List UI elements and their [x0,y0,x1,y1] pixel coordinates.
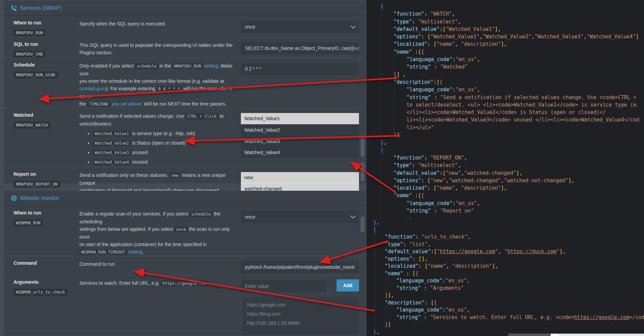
description-line: settings from below are applied. If you … [79,225,239,241]
command-input[interactable]: python3 /home/pi/pialert/front/plugins/w… [241,261,359,273]
input-value: 0 2 * * * [245,66,261,72]
code-token: , [498,248,504,255]
list-item[interactable]: https://bing.com [247,310,354,319]
description-text: is Status (open or closed) [131,140,186,146]
schedule-input[interactable]: 0 2 * * * [241,63,359,75]
code-snippet: },{"function": "urls_to_check","type": "… [366,219,644,336]
code-token: , [446,263,452,269]
code-line: "string" : "Arguments" [366,285,644,292]
setting-description: Specify when the SQL query is executed. [79,20,239,27]
code-token: : [421,34,427,40]
code-token: : [442,307,445,313]
code-token: : [424,155,430,161]
code-token: "Watched_Value4" [587,34,636,40]
setting-key-badge: WEBMON_RUN [14,220,43,226]
description-line: Enable a regular scan of your services. … [79,210,239,225]
code-token: "string" [396,314,421,320]
bullet-item: Watched_Value4 unused [93,157,239,167]
code-token: "name" [436,185,455,191]
phone-volume-icon [11,5,17,11]
list-input-row: Enter valueAdd [241,279,359,292]
setting-label: Arguments [14,279,79,285]
code-token: ] [516,170,519,176]
arguments-list[interactable]: https://google.comhttps://bing.comhttp:/… [242,298,359,336]
watched-multiselect[interactable]: Watched_Value1Watched_Value2Watched_Valu… [241,113,359,158]
description-text: . Will be run NEXT time the time passes. [141,101,226,107]
code-token: "language_code" [396,278,442,284]
code-line: </li><li><code>Watched_Value2</code> is … [366,109,644,116]
page-scrollbar-thumb[interactable] [361,136,364,157]
code-token: : [439,170,442,176]
list-item[interactable]: https://google.com [247,300,354,310]
multiselect-option[interactable]: new [241,172,359,183]
when-to-run-select[interactable]: once [241,21,359,33]
sql-to-run-input[interactable]: SELECT dv.dev_Name as Object_PrimaryID, … [241,42,359,54]
chevron-down-icon [351,213,356,219]
setting-description: Services to watch. Enter full URL, e.g. … [79,279,239,287]
page-scrollbar-thumb[interactable] [361,217,364,232]
code-token: "en_us" [456,56,477,62]
description-text: . [208,280,211,286]
code-token: , [501,178,504,184]
code-token: "name" [394,49,412,55]
code-token: { [381,147,384,153]
code-token: , [479,34,482,40]
code-token: "default_value" [394,26,439,32]
multiselect-option[interactable]: Watched_Value4 [241,147,359,158]
description-text: in the [158,63,172,69]
list-item[interactable]: http://192.168.1.82:8086/ [247,319,354,328]
code-token: : [452,87,455,93]
code-token: "options" [385,256,412,262]
code-token: "Watched_Value1" [446,26,495,32]
code-token: : [424,11,430,17]
page-scrollbar-thumb[interactable] [361,162,364,181]
code-token: "name" [428,263,446,269]
code-token: "Watched_Value2" [482,34,532,40]
multiselect-option[interactable]: Watched_Value1 [241,113,359,124]
code-token: "default_value" [394,170,439,176]
code-token: "WATCH" [430,11,452,17]
code-token: , [458,162,461,168]
description-text: Command to run [79,261,115,267]
code-line: "options": [], [366,256,644,263]
json-code-editor[interactable]: {"function": "WATCH","type": "multiselec… [366,0,644,336]
code-token: ] [495,26,498,32]
code-token: ] [568,178,571,184]
code-token: { [415,270,418,277]
code-token: "en_us" [456,200,477,206]
arguments-input[interactable]: Enter value [241,280,326,292]
code-line: "name" :[{ [366,48,644,56]
code-token: "options" [394,34,421,40]
inline-code: Watched_Value1 [93,131,131,136]
inline-link[interactable]: setting [128,249,142,255]
code-token: "Watched_Value1" [430,34,479,40]
code-token: "list" [409,241,428,247]
code-token: to select/deselect. <ul> <li><code>Watch… [406,102,639,108]
add-button[interactable]: Add [337,279,359,292]
code-line: "language_code":"en_us", [366,56,644,63]
multiselect-option[interactable]: Watched_Value3 [241,135,359,147]
inline-link[interactable]: you set above [112,101,141,107]
label-column: WatchedNMAPSRV_WATCH [14,112,79,129]
code-token: , [495,263,498,269]
inline-link[interactable]: setting [204,63,218,69]
code-token: [ [418,192,421,199]
multiselect-option[interactable]: Watched_Value2 [241,124,359,135]
code-line: { [366,3,644,10]
code-token: "description" [461,41,501,47]
code-token: , [498,26,501,32]
inline-code: Watched_Value4 [93,160,131,165]
code-token: : [412,19,418,25]
code-token: , [376,329,379,335]
code-token: { [421,192,424,199]
code-line: "localized": ["name", "description"], [366,184,644,192]
code-token: : [427,41,433,47]
webmon-when-to-run-select[interactable]: once [241,211,359,223]
code-token: } [373,329,376,335]
setting-description: Enable a regular scan of your services. … [79,210,239,256]
description-line: Send a notification if selected values c… [79,112,239,120]
inline-link[interactable]: crontab.guru [79,86,106,91]
code-token: "watched-changed" [464,170,516,176]
description-text: Send a notification if selected values c… [79,113,186,119]
code-line: "name" :[{ [366,192,644,199]
